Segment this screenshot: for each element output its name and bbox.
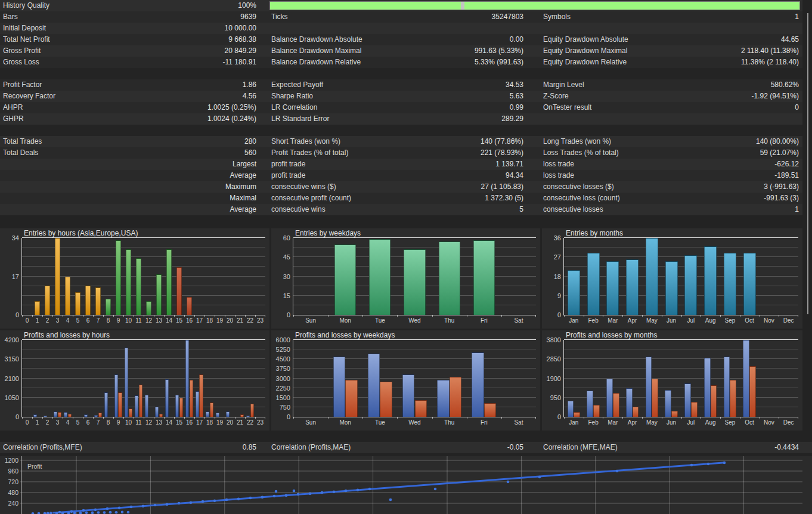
stats-row[interactable]: Averageconsecutive wins5consecutive loss…: [0, 204, 812, 215]
chart-title: Profits and losses by months: [566, 331, 657, 339]
stat-value: -626.12: [774, 159, 799, 170]
gridline: [564, 349, 798, 349]
stats-row[interactable]: Bars9639Ticks35247803Symbols1: [0, 11, 812, 23]
x-axis-tick-label: Nov: [764, 317, 774, 324]
stat-value: 4.56: [243, 91, 256, 102]
x-axis-tick: [154, 417, 154, 419]
scrollbar-thumb[interactable]: [807, 13, 808, 314]
bar-loss: [730, 380, 736, 417]
stats-row[interactable]: Maximalconsecutive profit (count)1 372.3…: [0, 193, 812, 204]
stats-row[interactable]: GHPR1.0024 (0.24%)LR Standard Error289.2…: [0, 113, 812, 125]
stats-cell: Gross Profit20 849.29: [0, 45, 266, 57]
x-axis-tick-label: 23: [257, 317, 264, 324]
stats-row[interactable]: History Quality100%: [0, 0, 812, 11]
y-axis-tick-label: 1050: [5, 394, 19, 401]
stats-row[interactable]: Initial Deposit10 000.00: [0, 23, 812, 34]
chart-title: Entries by weekdays: [295, 229, 361, 237]
scatter-point: [38, 512, 41, 514]
x-axis-tick-label: 3: [56, 419, 60, 426]
stats-cell: [538, 23, 812, 34]
bar-loss: [68, 414, 72, 417]
stat-value: Maximal: [230, 193, 256, 204]
x-axis-tick-label: Jan: [569, 419, 578, 426]
stat-value: 0: [795, 102, 799, 113]
x-axis-tick: [603, 417, 603, 419]
bar-profit: [587, 391, 593, 417]
progress-bar-notch: [461, 2, 464, 10]
stats-row[interactable]: Largestprofit trade1 139.71loss trade-62…: [0, 159, 812, 170]
chart-title: Profits and losses by hours: [24, 331, 110, 339]
gridline: [293, 349, 536, 349]
chart-plot: 60005250450037503000225015007500SunMonTu…: [293, 340, 536, 417]
x-axis-tick: [22, 417, 23, 419]
stats-row[interactable]: Maximumconsecutive wins ($)27 (1 105.83)…: [0, 181, 812, 193]
stats-row[interactable]: Total Deals560Profit Trades (% of total)…: [0, 147, 812, 159]
scatter-point: [297, 493, 300, 496]
backtest-report: History Quality100%Bars9639Ticks35247803…: [0, 0, 812, 514]
scatter-point: [538, 476, 541, 479]
bar-mon: [334, 244, 356, 315]
x-axis-tick: [779, 315, 779, 317]
stats-cell: consecutive loss (count)-991.63 (3): [538, 193, 812, 204]
bar-loss: [749, 366, 756, 417]
stat-value: -0.4434: [774, 442, 799, 453]
stats-cell: LR Standard Error289.29: [266, 113, 538, 125]
bar-loss: [671, 411, 678, 417]
scatter-point: [103, 511, 106, 514]
stats-row[interactable]: Gross Profit20 849.29Balance Drawdown Ma…: [0, 45, 812, 57]
stat-value: -991.63 (3): [764, 193, 799, 204]
x-axis-tick-label: Fri: [481, 317, 488, 324]
stat-label: Loss Trades (% of total): [543, 147, 619, 159]
x-axis-tick: [255, 417, 256, 419]
stats-row[interactable]: AHPR1.0025 (0.25%)LR Correlation0.99OnTe…: [0, 102, 812, 113]
bar-aug: [704, 246, 717, 315]
stats-cell: consecutive profit (count)1 372.30 (5): [266, 193, 538, 204]
stats-row[interactable]: Gross Loss-11 180.91Balance Drawdown Rel…: [0, 57, 812, 68]
y-axis-tick-label: 4500: [276, 355, 290, 363]
stats-row[interactable]: Averageprofit trade94.34loss trade-189.5…: [0, 170, 812, 181]
stats-row[interactable]: Recovery Factor4.56Sharpe Ratio5.63Z-Sco…: [0, 91, 812, 102]
stat-value: 1 139.71: [495, 159, 523, 170]
stat-label: Total Deals: [3, 147, 38, 159]
stat-label: Z-Score: [543, 91, 569, 102]
x-axis-tick: [328, 315, 328, 317]
bar-15: [176, 267, 182, 315]
stats-row[interactable]: Total Trades280Short Trades (won %)140 (…: [0, 136, 812, 147]
bar-profit: [165, 379, 169, 417]
stat-label: Correlation (Profits,MFE): [3, 442, 82, 453]
x-axis-tick: [397, 315, 398, 317]
x-axis-tick: [144, 315, 144, 317]
x-axis-tick-label: 12: [145, 419, 152, 426]
y-axis-tick-label: 17: [12, 273, 19, 280]
stat-value: 20 849.29: [225, 45, 256, 57]
x-axis-tick: [134, 417, 134, 419]
x-axis-tick: [22, 315, 23, 317]
y-axis-tick-label: 0: [557, 413, 561, 420]
scatter-point: [109, 511, 112, 514]
x-axis-tick-label: 8: [107, 419, 110, 426]
vertical-scrollbar[interactable]: [802, 0, 812, 334]
x-axis-tick: [225, 417, 225, 419]
gridline: [22, 349, 265, 349]
stat-value: 100%: [238, 0, 256, 11]
y-axis-tick-label: 0: [16, 311, 19, 318]
bar-loss: [179, 398, 183, 417]
scatter-point: [723, 462, 726, 465]
regression-line: [52, 463, 725, 513]
stats-row[interactable]: Correlation (Profits,MFE)0.85Correlation…: [0, 442, 812, 453]
x-axis-tick-label: Feb: [588, 419, 599, 426]
x-axis-tick: [215, 417, 215, 419]
y-axis-tick-label: 960: [0, 467, 18, 475]
x-axis-tick: [701, 417, 701, 419]
bar-loss: [190, 380, 193, 417]
x-axis-tick-label: Sun: [305, 317, 316, 324]
stats-row[interactable]: Profit Factor1.86Expected Payoff34.53Mar…: [0, 79, 812, 91]
y-axis-tick-label: 1500: [276, 394, 290, 401]
bar-profit: [145, 395, 148, 417]
stat-label: consecutive wins: [271, 204, 326, 215]
stats-row[interactable]: Total Net Profit9 668.38Balance Drawdown…: [0, 34, 812, 45]
stat-value: 5.33% (991.63): [475, 57, 523, 68]
scatter-point: [190, 501, 193, 504]
stat-label: LR Standard Error: [271, 113, 329, 125]
x-axis-tick-label: Dec: [783, 317, 794, 324]
